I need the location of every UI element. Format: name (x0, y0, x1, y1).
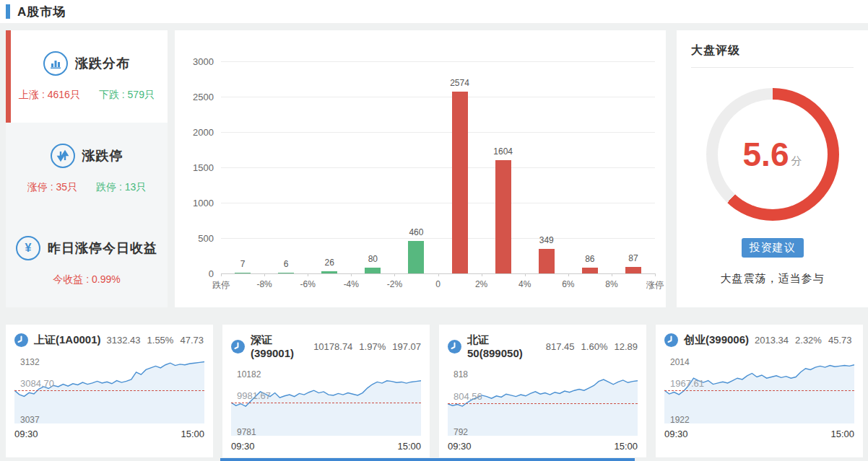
bar-跌停-to--8%[interactable] (235, 273, 251, 273)
index-name: 深证(399001) (251, 333, 308, 359)
x-tick-label: -2% (387, 279, 402, 289)
x-tick-mark (438, 273, 439, 276)
clock-icon (231, 340, 245, 354)
low-label: 1922 (670, 415, 690, 425)
index-card-4[interactable]: 创业(399006)2013.342.32%45.7320141967.6119… (656, 325, 863, 457)
intraday-mini-chart: 101829981.67978109:3015:00 (231, 369, 421, 452)
index-quote: 10178.741.97%197.07 (313, 341, 421, 352)
bar-0-to-2%[interactable] (452, 92, 468, 273)
x-tick-mark (482, 273, 482, 276)
prev-close-label: 804.56 (453, 391, 482, 402)
y-tick-label: 1000 (193, 198, 214, 208)
high-label: 2014 (670, 357, 690, 367)
time-axis: 09:3015:00 (448, 441, 638, 452)
x-tick-mark (221, 273, 222, 276)
low-label: 3037 (20, 415, 40, 425)
gridline (221, 97, 655, 97)
index-price: 817.45 (546, 341, 575, 352)
gridline (221, 203, 655, 203)
up-down-arrows-icon (51, 144, 75, 168)
bar-value-label: 7 (240, 259, 246, 269)
active-tab-accent-bar (6, 30, 11, 123)
x-tick-mark (568, 273, 569, 276)
bar-6%-to-8%[interactable] (582, 268, 598, 273)
index-card-1[interactable]: 上证(1A0001)3132.431.55%47.7331323084.7030… (6, 325, 213, 457)
index-pct: 1.97% (359, 341, 386, 352)
close-time: 15:00 (397, 441, 421, 452)
index-change: 197.07 (392, 341, 421, 352)
y-tick-label: 3000 (193, 56, 214, 67)
bar-4%-to-6%[interactable] (539, 249, 555, 273)
bottom-blue-strip (220, 458, 635, 461)
distribution-chart-card: 300025002000150010005000 跌停-8%-6%-4%-2%0… (175, 30, 666, 307)
x-tick-mark (394, 273, 395, 276)
index-pct: 1.60% (581, 341, 608, 352)
bar-2%-to-4%[interactable] (495, 160, 511, 273)
prev-close-dashed-line (14, 390, 204, 391)
time-axis: 09:3015:00 (664, 429, 854, 439)
rating-gauge: 5.6 分 (706, 88, 839, 221)
x-tick-label: 跌停 (212, 279, 230, 291)
advice-text: 大盘震荡，适当参与 (721, 272, 825, 286)
x-tick-label: -6% (300, 279, 316, 289)
open-time: 09:30 (664, 429, 688, 439)
prev-close-label: 1967.61 (670, 378, 704, 389)
header-accent-bar (6, 4, 10, 19)
gridline (221, 61, 655, 62)
bar-value-label: 349 (539, 235, 554, 245)
low-label: 9781 (237, 427, 256, 437)
market-rating-card: 大盘评级 5.6 分 投资建议 大盘震荡，适当参与 (677, 30, 868, 307)
bar--4%-to--2%[interactable] (365, 268, 381, 273)
open-time: 09:30 (231, 441, 255, 452)
intraday-mini-chart: 818804.5679209:3015:00 (448, 369, 638, 452)
index-ticker-row: 上证(1A0001)3132.431.55%47.7331323084.7030… (6, 325, 863, 455)
bar-chart-icon (43, 51, 68, 76)
stat-value: 今收益 : 0.99% (53, 273, 120, 286)
x-tick-mark (308, 273, 308, 276)
x-tick-label: 涨停 (646, 279, 664, 291)
index-pct: 1.55% (147, 335, 174, 346)
index-quote: 2013.342.32%45.73 (755, 335, 851, 346)
high-label: 3132 (20, 357, 40, 367)
stat-value: 上涨 : 4616只 (19, 89, 80, 102)
y-tick-label: 1500 (193, 162, 214, 173)
stat-value: 下跌 : 579只 (99, 89, 155, 102)
index-card-2[interactable]: 深证(399001)10178.741.97%197.07101829981.6… (222, 325, 430, 457)
prev-close-dashed-line (231, 403, 421, 403)
bar-8%-to-涨停[interactable] (625, 267, 641, 273)
index-change: 45.73 (828, 335, 852, 346)
tab-title: 昨日涨停今日收益 (48, 240, 157, 257)
bar--6%-to--4%[interactable] (321, 271, 337, 273)
metric-tabs: 涨跌分布上涨 : 4616只下跌 : 579只涨跌停涨停 : 35只跌停 : 1… (6, 30, 168, 307)
x-tick-mark (264, 273, 265, 276)
index-card-3[interactable]: 北证50(899050)817.451.60%12.89818804.56792… (439, 325, 646, 457)
gridline (221, 167, 655, 168)
section-header: A股市场 (0, 0, 868, 23)
index-change: 47.73 (180, 335, 204, 346)
high-label: 818 (453, 369, 468, 379)
sidebar-tab-3[interactable]: ¥昨日涨停今日收益今收益 : 0.99% (6, 215, 168, 307)
gridline (221, 132, 655, 133)
close-time: 15:00 (830, 429, 854, 439)
time-axis: 09:3015:00 (14, 429, 204, 439)
bar-value-label: 1604 (493, 146, 513, 157)
sidebar-tab-2[interactable]: 涨跌停涨停 : 35只跌停 : 13只 (6, 123, 168, 215)
index-quote: 3132.431.55%47.73 (107, 335, 204, 346)
y-axis: 300025002000150010005000 (183, 61, 221, 273)
x-tick-label: 0 (435, 279, 440, 289)
x-tick-label: -4% (344, 279, 359, 289)
x-tick-label: -8% (256, 279, 272, 289)
index-change: 12.89 (614, 341, 638, 352)
investment-advice-button[interactable]: 投资建议 (742, 238, 804, 258)
rating-unit: 分 (791, 154, 802, 168)
sidebar-tab-1[interactable]: 涨跌分布上涨 : 4616只下跌 : 579只 (6, 30, 168, 123)
page-title: A股市场 (17, 4, 66, 20)
yuan-icon: ¥ (16, 236, 40, 260)
y-tick-label: 2000 (193, 127, 214, 138)
bar-value-label: 2574 (450, 78, 469, 88)
bar--8%-to--6%[interactable] (278, 273, 294, 273)
bar-value-label: 80 (368, 254, 378, 264)
index-price: 3132.43 (107, 335, 141, 346)
index-price: 10178.74 (313, 341, 352, 352)
bar--2%-to-0[interactable] (408, 241, 424, 273)
